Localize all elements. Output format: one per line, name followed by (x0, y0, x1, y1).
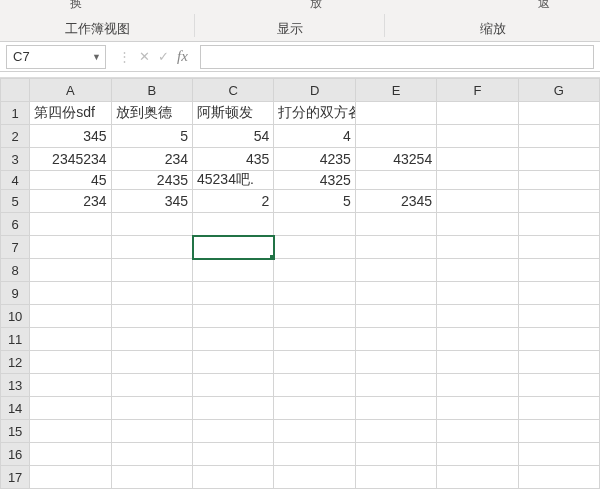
cell-C14[interactable] (193, 397, 274, 420)
cell-E17[interactable] (355, 466, 436, 489)
cell-F14[interactable] (437, 397, 518, 420)
cell-C8[interactable] (193, 259, 274, 282)
row-header-13[interactable]: 13 (1, 374, 30, 397)
row-header-7[interactable]: 7 (1, 236, 30, 259)
cell-A4[interactable]: 45 (30, 171, 111, 190)
cell-A14[interactable] (30, 397, 111, 420)
cell-F16[interactable] (437, 443, 518, 466)
cell-B8[interactable] (111, 259, 192, 282)
column-header-C[interactable]: C (193, 79, 274, 102)
cell-C1[interactable]: 阿斯顿发 (193, 102, 274, 125)
cell-A7[interactable] (30, 236, 111, 259)
ribbon-group-zoom[interactable]: 缩放 (385, 12, 600, 41)
cell-D10[interactable] (274, 305, 355, 328)
row-header-10[interactable]: 10 (1, 305, 30, 328)
cell-B15[interactable] (111, 420, 192, 443)
cell-E6[interactable] (355, 213, 436, 236)
cell-E15[interactable] (355, 420, 436, 443)
cell-D16[interactable] (274, 443, 355, 466)
cell-D15[interactable] (274, 420, 355, 443)
row-header-16[interactable]: 16 (1, 443, 30, 466)
column-header-G[interactable]: G (518, 79, 599, 102)
row-header-15[interactable]: 15 (1, 420, 30, 443)
row-header-9[interactable]: 9 (1, 282, 30, 305)
row-header-17[interactable]: 17 (1, 466, 30, 489)
column-header-E[interactable]: E (355, 79, 436, 102)
column-header-B[interactable]: B (111, 79, 192, 102)
cell-E2[interactable] (355, 125, 436, 148)
cell-A17[interactable] (30, 466, 111, 489)
cell-A13[interactable] (30, 374, 111, 397)
cell-C15[interactable] (193, 420, 274, 443)
cell-C9[interactable] (193, 282, 274, 305)
cell-A1[interactable]: 第四份sdf (30, 102, 111, 125)
cell-A11[interactable] (30, 328, 111, 351)
cell-E1[interactable] (355, 102, 436, 125)
cell-D11[interactable] (274, 328, 355, 351)
cell-G3[interactable] (518, 148, 599, 171)
cell-B5[interactable]: 345 (111, 190, 192, 213)
column-header-D[interactable]: D (274, 79, 355, 102)
cell-C4[interactable]: 45234吧. (193, 171, 274, 190)
cell-F9[interactable] (437, 282, 518, 305)
cell-C12[interactable] (193, 351, 274, 374)
cell-E11[interactable] (355, 328, 436, 351)
cell-E8[interactable] (355, 259, 436, 282)
cell-A2[interactable]: 345 (30, 125, 111, 148)
row-header-1[interactable]: 1 (1, 102, 30, 125)
ribbon-group-workbook-views[interactable]: 工作簿视图 (0, 12, 195, 41)
ribbon-group-show[interactable]: 显示 (195, 12, 385, 41)
cell-B16[interactable] (111, 443, 192, 466)
cell-F6[interactable] (437, 213, 518, 236)
cell-G4[interactable] (518, 171, 599, 190)
cell-F1[interactable] (437, 102, 518, 125)
cell-E3[interactable]: 43254 (355, 148, 436, 171)
name-box[interactable]: C7 ▼ (6, 45, 106, 69)
cell-B11[interactable] (111, 328, 192, 351)
cell-D9[interactable] (274, 282, 355, 305)
cell-E10[interactable] (355, 305, 436, 328)
cell-B2[interactable]: 5 (111, 125, 192, 148)
cell-F5[interactable] (437, 190, 518, 213)
cell-G15[interactable] (518, 420, 599, 443)
cell-D3[interactable]: 4235 (274, 148, 355, 171)
cell-D13[interactable] (274, 374, 355, 397)
cell-A15[interactable] (30, 420, 111, 443)
cell-D1[interactable]: 打分的双方各 (274, 102, 355, 125)
cell-C5[interactable]: 2 (193, 190, 274, 213)
cell-D12[interactable] (274, 351, 355, 374)
cell-G7[interactable] (518, 236, 599, 259)
cell-G17[interactable] (518, 466, 599, 489)
cell-G1[interactable] (518, 102, 599, 125)
cell-F4[interactable] (437, 171, 518, 190)
cell-D14[interactable] (274, 397, 355, 420)
formula-bar[interactable] (200, 45, 594, 69)
cell-E16[interactable] (355, 443, 436, 466)
cell-F7[interactable] (437, 236, 518, 259)
cell-E12[interactable] (355, 351, 436, 374)
cell-G2[interactable] (518, 125, 599, 148)
cell-C6[interactable] (193, 213, 274, 236)
cell-B12[interactable] (111, 351, 192, 374)
cell-G14[interactable] (518, 397, 599, 420)
cell-B1[interactable]: 放到奥德 (111, 102, 192, 125)
cell-D4[interactable]: 4325 (274, 171, 355, 190)
cell-G13[interactable] (518, 374, 599, 397)
cell-G6[interactable] (518, 213, 599, 236)
cell-C2[interactable]: 54 (193, 125, 274, 148)
cell-D7[interactable] (274, 236, 355, 259)
cell-A6[interactable] (30, 213, 111, 236)
cell-C17[interactable] (193, 466, 274, 489)
cell-F17[interactable] (437, 466, 518, 489)
cell-B10[interactable] (111, 305, 192, 328)
cell-C3[interactable]: 435 (193, 148, 274, 171)
cell-F15[interactable] (437, 420, 518, 443)
cell-F12[interactable] (437, 351, 518, 374)
cell-F11[interactable] (437, 328, 518, 351)
cell-A10[interactable] (30, 305, 111, 328)
cell-D6[interactable] (274, 213, 355, 236)
cell-D5[interactable]: 5 (274, 190, 355, 213)
row-header-2[interactable]: 2 (1, 125, 30, 148)
cell-C16[interactable] (193, 443, 274, 466)
select-all-corner[interactable] (1, 79, 30, 102)
